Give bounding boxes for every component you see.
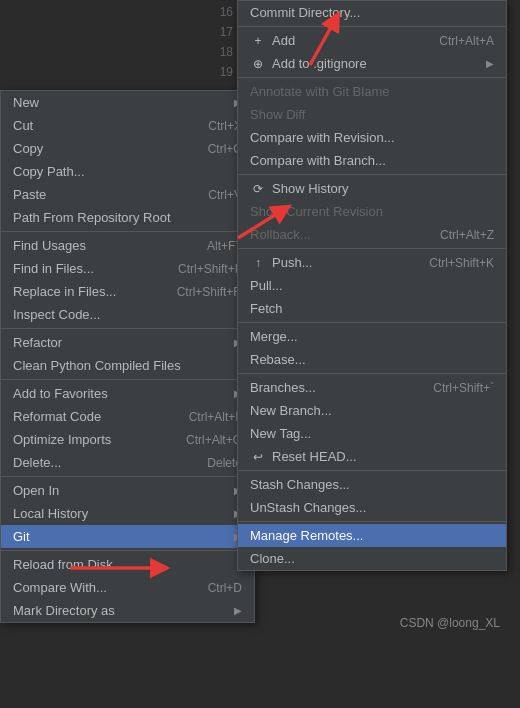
menu-item-label-clone: Clone... [250, 551, 295, 566]
menu-item-label-merge: Merge... [250, 329, 298, 344]
right-menu-item-add[interactable]: +AddCtrl+Alt+A [238, 29, 506, 52]
menu-item-label-compare-with: Compare With... [13, 580, 107, 595]
menu-item-label-optimize-imports: Optimize Imports [13, 432, 111, 447]
menu-item-label-open-in: Open In [13, 483, 59, 498]
menu-separator [238, 248, 506, 249]
menu-item-label-copy-path: Copy Path... [13, 164, 85, 179]
left-menu-item-paste[interactable]: PasteCtrl+V [1, 183, 254, 206]
menu-item-label-pull: Pull... [250, 278, 283, 293]
left-menu-item-optimize-imports[interactable]: Optimize ImportsCtrl+Alt+O [1, 428, 254, 451]
menu-item-label-add-to-gitignore: ⊕Add to .gitignore [250, 56, 367, 71]
left-menu-item-find-usages[interactable]: Find UsagesAlt+F7 [1, 234, 254, 257]
right-menu-item-rollback: Rollback...Ctrl+Alt+Z [238, 223, 506, 246]
left-menu-item-find-in-files[interactable]: Find in Files...Ctrl+Shift+F [1, 257, 254, 280]
menu-item-label-unstash-changes: UnStash Changes... [250, 500, 366, 515]
menu-separator [1, 550, 254, 551]
left-menu-item-git[interactable]: Git▶ [1, 525, 254, 548]
menu-item-label-compare-with-revision: Compare with Revision... [250, 130, 395, 145]
submenu-arrow-mark-directory-as: ▶ [234, 605, 242, 616]
right-menu-item-show-current-revision: Show Current Revision [238, 200, 506, 223]
left-menu-item-compare-with[interactable]: Compare With...Ctrl+D [1, 576, 254, 599]
right-menu-item-rebase[interactable]: Rebase... [238, 348, 506, 371]
right-menu-item-commit-directory[interactable]: Commit Directory... [238, 1, 506, 24]
left-menu-item-copy-path[interactable]: Copy Path... [1, 160, 254, 183]
left-menu-item-delete[interactable]: Delete...Delete [1, 451, 254, 474]
menu-separator [1, 231, 254, 232]
menu-icon-show-history: ⟳ [250, 182, 266, 196]
menu-item-label-compare-with-branch: Compare with Branch... [250, 153, 386, 168]
menu-shortcut-push: Ctrl+Shift+K [429, 256, 494, 270]
menu-item-label-stash-changes: Stash Changes... [250, 477, 350, 492]
left-menu-item-reformat-code[interactable]: Reformat CodeCtrl+Alt+L [1, 405, 254, 428]
left-menu-item-mark-directory-as[interactable]: Mark Directory as▶ [1, 599, 254, 622]
right-menu-item-fetch[interactable]: Fetch [238, 297, 506, 320]
left-menu-item-cut[interactable]: CutCtrl+X [1, 114, 254, 137]
menu-separator [238, 174, 506, 175]
right-menu-item-reset-head[interactable]: ↩Reset HEAD... [238, 445, 506, 468]
left-menu-item-path-from-root[interactable]: Path From Repository Root [1, 206, 254, 229]
right-menu-item-add-to-gitignore[interactable]: ⊕Add to .gitignore▶ [238, 52, 506, 75]
menu-icon-push: ↑ [250, 256, 266, 270]
right-menu-item-stash-changes[interactable]: Stash Changes... [238, 473, 506, 496]
menu-item-label-annotate-with-blame: Annotate with Git Blame [250, 84, 389, 99]
menu-separator [238, 470, 506, 471]
menu-item-label-inspect-code: Inspect Code... [13, 307, 100, 322]
menu-item-label-show-current-revision: Show Current Revision [250, 204, 383, 219]
right-menu-item-pull[interactable]: Pull... [238, 274, 506, 297]
line-number-16: 16 [207, 2, 237, 22]
menu-item-label-mark-directory-as: Mark Directory as [13, 603, 115, 618]
left-menu-item-new[interactable]: New▶ [1, 91, 254, 114]
right-menu-item-compare-with-revision[interactable]: Compare with Revision... [238, 126, 506, 149]
left-menu-item-inspect-code[interactable]: Inspect Code... [1, 303, 254, 326]
menu-icon-add: + [250, 34, 266, 48]
menu-item-label-show-history: ⟳Show History [250, 181, 349, 196]
menu-shortcut-branches: Ctrl+Shift+` [433, 381, 494, 395]
menu-item-label-find-in-files: Find in Files... [13, 261, 94, 276]
menu-item-label-new: New [13, 95, 39, 110]
line-number-19: 19 [207, 62, 237, 82]
menu-item-label-path-from-root: Path From Repository Root [13, 210, 171, 225]
left-menu-item-local-history[interactable]: Local History▶ [1, 502, 254, 525]
menu-separator [238, 373, 506, 374]
menu-item-label-new-tag: New Tag... [250, 426, 311, 441]
line-number-18: 18 [207, 42, 237, 62]
right-menu-item-new-tag[interactable]: New Tag... [238, 422, 506, 445]
right-menu-item-show-history[interactable]: ⟳Show History [238, 177, 506, 200]
right-menu-item-manage-remotes[interactable]: Manage Remotes... [238, 524, 506, 547]
right-menu-item-new-branch[interactable]: New Branch... [238, 399, 506, 422]
left-menu-item-reload-from-disk[interactable]: Reload from Disk [1, 553, 254, 576]
menu-item-label-paste: Paste [13, 187, 46, 202]
left-menu-item-open-in[interactable]: Open In▶ [1, 479, 254, 502]
line-number-17: 17 [207, 22, 237, 42]
right-menu-item-push[interactable]: ↑Push...Ctrl+Shift+K [238, 251, 506, 274]
menu-item-label-rollback: Rollback... [250, 227, 311, 242]
left-menu-item-replace-in-files[interactable]: Replace in Files...Ctrl+Shift+R [1, 280, 254, 303]
right-menu-item-unstash-changes[interactable]: UnStash Changes... [238, 496, 506, 519]
submenu-arrow-add-to-gitignore: ▶ [486, 58, 494, 69]
left-menu-item-add-favorites[interactable]: Add to Favorites▶ [1, 382, 254, 405]
right-menu-item-merge[interactable]: Merge... [238, 325, 506, 348]
left-menu-item-refactor[interactable]: Refactor▶ [1, 331, 254, 354]
left-menu-item-copy[interactable]: CopyCtrl+C [1, 137, 254, 160]
left-menu-item-clean-python[interactable]: Clean Python Compiled Files [1, 354, 254, 377]
menu-item-label-git: Git [13, 529, 30, 544]
menu-shortcut-add: Ctrl+Alt+A [439, 34, 494, 48]
menu-separator [1, 476, 254, 477]
menu-item-label-add-favorites: Add to Favorites [13, 386, 108, 401]
right-menu-item-compare-with-branch[interactable]: Compare with Branch... [238, 149, 506, 172]
right-menu-item-clone[interactable]: Clone... [238, 547, 506, 570]
menu-separator [1, 379, 254, 380]
menu-shortcut-find-in-files: Ctrl+Shift+F [178, 262, 242, 276]
menu-item-label-show-diff: Show Diff [250, 107, 305, 122]
right-menu-item-branches[interactable]: Branches...Ctrl+Shift+` [238, 376, 506, 399]
menu-item-label-reload-from-disk: Reload from Disk [13, 557, 113, 572]
menu-item-label-rebase: Rebase... [250, 352, 306, 367]
menu-separator [238, 521, 506, 522]
menu-shortcut-compare-with: Ctrl+D [208, 581, 242, 595]
menu-item-label-copy: Copy [13, 141, 43, 156]
menu-shortcut-rollback: Ctrl+Alt+Z [440, 228, 494, 242]
menu-shortcut-replace-in-files: Ctrl+Shift+R [177, 285, 242, 299]
menu-icon-reset-head: ↩ [250, 450, 266, 464]
left-context-menu: New▶CutCtrl+XCopyCtrl+CCopy Path...Paste… [0, 90, 255, 623]
right-menu-item-annotate-with-blame: Annotate with Git Blame [238, 80, 506, 103]
